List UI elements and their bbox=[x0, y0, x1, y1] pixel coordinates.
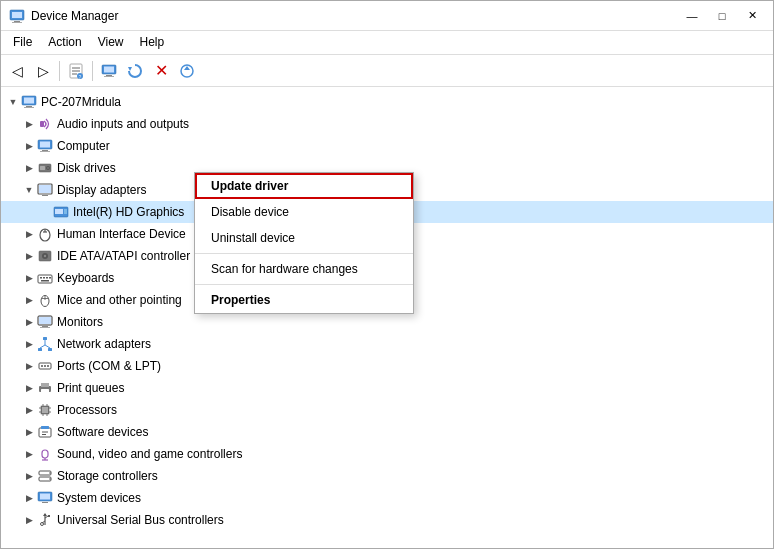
menu-view[interactable]: View bbox=[90, 33, 132, 52]
svg-rect-32 bbox=[42, 195, 48, 196]
tree-item-usb[interactable]: ▶ Universal Serial Bus controllers bbox=[1, 509, 773, 531]
svg-rect-53 bbox=[42, 326, 48, 327]
ctx-properties[interactable]: Properties bbox=[195, 287, 413, 313]
svg-point-88 bbox=[49, 478, 51, 480]
toolbar-delete[interactable]: ✕ bbox=[149, 59, 173, 83]
svg-marker-14 bbox=[128, 67, 132, 71]
disk-icon bbox=[37, 160, 53, 176]
ctx-disable-device[interactable]: Disable device bbox=[195, 199, 413, 225]
gpu-expand-icon bbox=[37, 204, 53, 220]
computer-expand-icon: ▶ bbox=[21, 138, 37, 154]
monitors-label: Monitors bbox=[57, 315, 103, 329]
tree-item-processors[interactable]: ▶ Processors bbox=[1, 399, 773, 421]
svg-rect-19 bbox=[26, 106, 32, 107]
ctx-sep-1 bbox=[195, 253, 413, 254]
ports-label: Ports (COM & LPT) bbox=[57, 359, 161, 373]
tree-item-computer[interactable]: ▶ Computer bbox=[1, 135, 773, 157]
menu-file[interactable]: File bbox=[5, 33, 40, 52]
tree-item-print[interactable]: ▶ Print queues bbox=[1, 377, 773, 399]
keyboard-label: Keyboards bbox=[57, 271, 114, 285]
toolbar-back[interactable]: ◁ bbox=[5, 59, 29, 83]
ctx-uninstall-device[interactable]: Uninstall device bbox=[195, 225, 413, 251]
svg-rect-45 bbox=[46, 277, 48, 279]
svg-rect-66 bbox=[41, 383, 49, 387]
mice-expand-icon: ▶ bbox=[21, 292, 37, 308]
context-menu: Update driver Disable device Uninstall d… bbox=[194, 172, 414, 314]
audio-label: Audio inputs and outputs bbox=[57, 117, 189, 131]
toolbar-forward[interactable]: ▷ bbox=[31, 59, 55, 83]
tree-item-sound[interactable]: ▶ Sound, video and game controllers bbox=[1, 443, 773, 465]
tree-item-audio[interactable]: ▶ Audio inputs and outputs bbox=[1, 113, 773, 135]
svg-rect-34 bbox=[55, 209, 63, 214]
software-icon bbox=[37, 424, 53, 440]
toolbar-properties[interactable]: ? bbox=[64, 59, 88, 83]
svg-point-64 bbox=[47, 365, 49, 367]
svg-rect-42 bbox=[38, 275, 52, 283]
svg-rect-82 bbox=[42, 450, 48, 458]
mice-icon bbox=[37, 292, 53, 308]
ports-icon bbox=[37, 358, 53, 374]
ctx-update-driver[interactable]: Update driver bbox=[195, 173, 413, 199]
print-icon bbox=[37, 380, 53, 396]
svg-point-29 bbox=[47, 167, 49, 169]
audio-icon bbox=[37, 116, 53, 132]
svg-rect-54 bbox=[40, 327, 50, 328]
svg-rect-90 bbox=[40, 494, 50, 500]
toolbar-scan[interactable] bbox=[123, 59, 147, 83]
menu-action[interactable]: Action bbox=[40, 33, 89, 52]
root-label: PC-207Mridula bbox=[41, 95, 121, 109]
tree-item-ports[interactable]: ▶ Ports (COM & LPT) bbox=[1, 355, 773, 377]
tree-item-monitors[interactable]: ▶ Monitors bbox=[1, 311, 773, 333]
tree-view[interactable]: ▼ PC-207Mridula ▶ bbox=[1, 87, 773, 548]
tree-root[interactable]: ▼ PC-207Mridula bbox=[1, 91, 773, 113]
close-button[interactable]: ✕ bbox=[739, 6, 765, 26]
window-title: Device Manager bbox=[31, 9, 118, 23]
display-label: Display adapters bbox=[57, 183, 146, 197]
svg-rect-18 bbox=[24, 98, 34, 104]
keyboard-icon bbox=[37, 270, 53, 286]
main-content: ▼ PC-207Mridula ▶ bbox=[1, 87, 773, 548]
svg-rect-46 bbox=[49, 277, 51, 279]
svg-rect-1 bbox=[12, 12, 22, 18]
menu-bar: File Action View Help bbox=[1, 31, 773, 55]
svg-rect-67 bbox=[41, 389, 49, 393]
tree-item-software[interactable]: ▶ Software devices bbox=[1, 421, 773, 443]
maximize-button[interactable]: □ bbox=[709, 6, 735, 26]
title-controls: — □ ✕ bbox=[679, 6, 765, 26]
print-expand-icon: ▶ bbox=[21, 380, 37, 396]
sound-label: Sound, video and game controllers bbox=[57, 447, 242, 461]
keyboard-expand-icon: ▶ bbox=[21, 270, 37, 286]
tree-item-network[interactable]: ▶ Network adapters bbox=[1, 333, 773, 355]
network-expand-icon: ▶ bbox=[21, 336, 37, 352]
sound-expand-icon: ▶ bbox=[21, 446, 37, 462]
ctx-scan-hardware[interactable]: Scan for hardware changes bbox=[195, 256, 413, 282]
toolbar: ◁ ▷ ? bbox=[1, 55, 773, 87]
tree-item-storage[interactable]: ▶ Storage controllers bbox=[1, 465, 773, 487]
menu-help[interactable]: Help bbox=[132, 33, 173, 52]
ide-label: IDE ATA/ATAPI controller bbox=[57, 249, 190, 263]
svg-rect-23 bbox=[40, 142, 50, 148]
disk-label: Disk drives bbox=[57, 161, 116, 175]
print-label: Print queues bbox=[57, 381, 124, 395]
toolbar-computer[interactable] bbox=[97, 59, 121, 83]
network-label: Network adapters bbox=[57, 337, 151, 351]
usb-label: Universal Serial Bus controllers bbox=[57, 513, 224, 527]
svg-rect-47 bbox=[41, 280, 49, 282]
svg-rect-31 bbox=[39, 185, 51, 193]
usb-icon bbox=[37, 512, 53, 528]
svg-rect-21 bbox=[40, 121, 44, 127]
system-label: System devices bbox=[57, 491, 141, 505]
hid-expand-icon: ▶ bbox=[21, 226, 37, 242]
svg-rect-43 bbox=[40, 277, 42, 279]
svg-rect-24 bbox=[42, 150, 48, 151]
svg-rect-94 bbox=[48, 515, 50, 517]
system-expand-icon: ▶ bbox=[21, 490, 37, 506]
toolbar-update[interactable] bbox=[175, 59, 199, 83]
svg-rect-27 bbox=[40, 166, 45, 170]
svg-text:?: ? bbox=[79, 73, 82, 79]
svg-line-59 bbox=[40, 345, 45, 348]
display-icon bbox=[37, 182, 53, 198]
tree-item-system[interactable]: ▶ System devices bbox=[1, 487, 773, 509]
svg-rect-69 bbox=[42, 407, 48, 413]
minimize-button[interactable]: — bbox=[679, 6, 705, 26]
